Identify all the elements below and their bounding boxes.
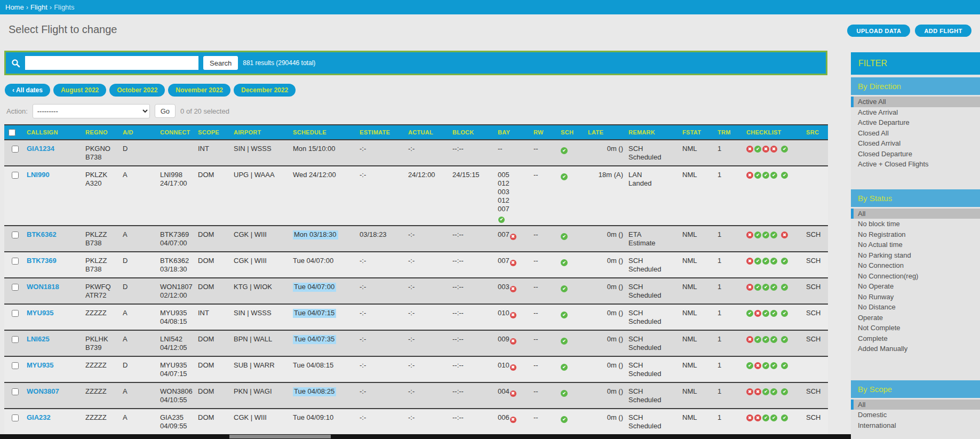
callsign-cell: GIA232 xyxy=(22,409,81,435)
column-header-rw[interactable]: RW xyxy=(529,125,556,140)
estimate-cell: -:- xyxy=(355,356,404,382)
breadcrumb-flight-link[interactable]: Flight xyxy=(30,3,47,11)
sidebar-item-no-actual-time[interactable]: No Actual time xyxy=(851,240,980,250)
sidebar-item-international[interactable]: International xyxy=(851,420,980,431)
sidebar-item-active-closed-flights[interactable]: Active + Closed Flights xyxy=(851,159,980,170)
fstat-cell: NML xyxy=(678,304,713,330)
date-filter-1[interactable]: August 2022 xyxy=(53,84,106,97)
bay-status-line: ✔ xyxy=(498,213,528,223)
connect-line: 04/09:55 xyxy=(160,422,193,430)
column-header-fstat[interactable]: FSTAT xyxy=(678,125,713,140)
column-header-callsign[interactable]: CALLSIGN xyxy=(22,125,81,140)
check-circle-icon: ✔ xyxy=(561,312,568,318)
column-header-block[interactable]: BLOCK xyxy=(448,125,493,140)
column-header-checklist[interactable]: CHECKLIST xyxy=(742,125,802,140)
add-flight-button[interactable]: ADD FLIGHT xyxy=(915,25,971,37)
sidebar-item-added-manually[interactable]: Added Manually xyxy=(851,344,980,354)
column-header-connect[interactable]: CONNECT xyxy=(156,125,194,140)
checklist-cell-wrap: ✖✔✔✔✔ xyxy=(742,330,802,356)
date-filter-2[interactable]: October 2022 xyxy=(109,84,165,97)
sidebar-item-closed-all[interactable]: Closed All xyxy=(851,128,980,139)
sidebar-item-domestic[interactable]: Domestic xyxy=(851,410,980,420)
airport-cell: UPG | WAAA xyxy=(229,166,289,226)
date-filter-3[interactable]: November 2022 xyxy=(168,84,230,97)
callsign-link[interactable]: BTK7369 xyxy=(27,257,57,265)
callsign-link[interactable]: WON3807 xyxy=(27,387,59,395)
row-checkbox[interactable] xyxy=(12,362,19,369)
callsign-cell: MYU935 xyxy=(22,304,81,330)
upload-data-button[interactable]: UPLOAD DATA xyxy=(847,25,910,37)
callsign-link[interactable]: MYU935 xyxy=(27,361,54,369)
rw-cell: -- xyxy=(529,166,556,226)
callsign-link[interactable]: LNI990 xyxy=(27,171,50,179)
sidebar-item-active-departure[interactable]: Active Departure xyxy=(851,117,980,128)
select-all-checkbox[interactable] xyxy=(9,129,15,136)
callsign-link[interactable]: GIA232 xyxy=(27,413,51,421)
sidebar-item-closed-arrival[interactable]: Closed Arrival xyxy=(851,138,980,149)
callsign-link[interactable]: MYU935 xyxy=(27,309,54,317)
horizontal-scrollbar-thumb[interactable] xyxy=(229,435,331,438)
action-select[interactable]: --------- xyxy=(33,104,150,118)
sidebar-item-no-block-time[interactable]: No block time xyxy=(851,219,980,229)
sidebar-item-no-distance[interactable]: No Distance xyxy=(851,302,980,313)
date-filter-all-dates[interactable]: ‹ All dates xyxy=(5,84,50,97)
breadcrumb-home-link[interactable]: Home xyxy=(5,3,24,11)
sidebar-item-complete[interactable]: Complete xyxy=(851,333,980,344)
column-header-a-d[interactable]: A/D xyxy=(118,125,156,140)
sidebar-item-not-complete[interactable]: Not Complete xyxy=(851,323,980,333)
sidebar-item-no-operate[interactable]: No Operate xyxy=(851,281,980,292)
column-header-scope[interactable]: SCOPE xyxy=(194,125,229,140)
sidebar-item-operate[interactable]: Operate xyxy=(851,313,980,323)
sidebar-item-no-runway[interactable]: No Runway xyxy=(851,292,980,302)
ad-cell: A xyxy=(118,409,156,435)
check-circle-icon: ✔ xyxy=(561,233,568,240)
block-cell: --:-- xyxy=(448,278,493,304)
column-header-remark[interactable]: REMARK xyxy=(624,125,678,140)
sidebar-item-no-connection-reg-[interactable]: No Connection(reg) xyxy=(851,271,980,282)
check-circle-icon: ✔ xyxy=(781,388,788,395)
sidebar-item-all[interactable]: All xyxy=(851,209,980,219)
sidebar-item-no-registration[interactable]: No Registration xyxy=(851,229,980,240)
sidebar-item-no-connection[interactable]: No Connection xyxy=(851,260,980,271)
column-header-estimate[interactable]: ESTIMATE xyxy=(355,125,404,140)
row-checkbox[interactable] xyxy=(12,146,19,153)
src-cell xyxy=(802,166,828,226)
column-header-regno[interactable]: REGNO xyxy=(81,125,118,140)
callsign-link[interactable]: GIA1234 xyxy=(27,145,54,153)
date-filter-4[interactable]: December 2022 xyxy=(234,84,296,97)
row-checkbox[interactable] xyxy=(12,284,19,291)
row-checkbox[interactable] xyxy=(12,336,19,343)
horizontal-scrollbar[interactable] xyxy=(0,434,980,439)
schedule-cell: Tue 04/07:35 xyxy=(289,330,355,356)
src-cell: SCH xyxy=(802,330,828,356)
check-circle-icon: ✔ xyxy=(762,414,769,421)
column-header-schedule[interactable]: SCHEDULE xyxy=(289,125,355,140)
sidebar-item-closed-departure[interactable]: Closed Departure xyxy=(851,149,980,159)
column-header-late[interactable]: LATE xyxy=(584,125,624,140)
sidebar-item-active-all[interactable]: Active All xyxy=(851,97,980,107)
search-input[interactable] xyxy=(25,56,198,70)
row-checkbox[interactable] xyxy=(12,172,19,179)
sch-status-cell: ✔ xyxy=(556,304,584,330)
column-header-trm[interactable]: TRM xyxy=(713,125,742,140)
column-header-sch[interactable]: SCH xyxy=(556,125,584,140)
row-checkbox[interactable] xyxy=(12,258,19,265)
column-header-bay[interactable]: BAY xyxy=(493,125,529,140)
go-button[interactable]: Go xyxy=(155,104,176,118)
search-button[interactable]: Search xyxy=(203,56,238,70)
callsign-link[interactable]: WON1818 xyxy=(27,283,59,291)
sidebar-item-all[interactable]: All xyxy=(851,400,980,410)
row-checkbox[interactable] xyxy=(12,388,19,395)
callsign-link[interactable]: LNI625 xyxy=(27,335,50,343)
column-header-actual[interactable]: ACTUAL xyxy=(404,125,448,140)
callsign-link[interactable]: BTK6362 xyxy=(27,230,57,238)
sch-status-cell: ✔ xyxy=(556,252,584,278)
row-checkbox[interactable] xyxy=(12,414,19,421)
sidebar-item-no-parking-stand[interactable]: No Parking stand xyxy=(851,250,980,261)
column-header-src[interactable]: SRC xyxy=(802,125,828,140)
row-checkbox[interactable] xyxy=(12,310,19,317)
column-header-airport[interactable]: AIRPORT xyxy=(229,125,289,140)
row-checkbox[interactable] xyxy=(12,232,19,238)
sidebar-item-active-arrival[interactable]: Active Arrival xyxy=(851,107,980,118)
check-circle-icon: ✔ xyxy=(754,336,761,343)
